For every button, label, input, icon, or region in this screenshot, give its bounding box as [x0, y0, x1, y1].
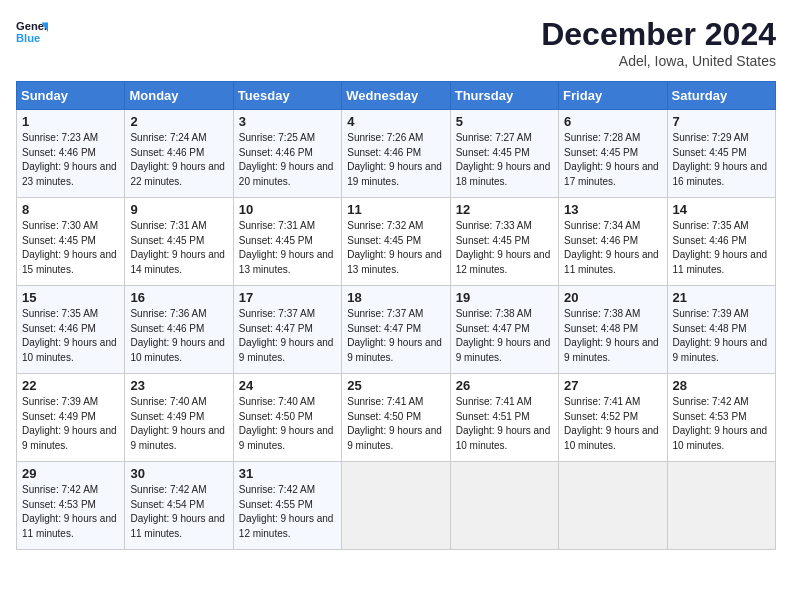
calendar-cell: 1 Sunrise: 7:23 AMSunset: 4:46 PMDayligh… — [17, 110, 125, 198]
weekday-header: Thursday — [450, 82, 558, 110]
calendar-cell: 6 Sunrise: 7:28 AMSunset: 4:45 PMDayligh… — [559, 110, 667, 198]
day-number: 24 — [239, 378, 336, 393]
day-info: Sunrise: 7:38 AMSunset: 4:47 PMDaylight:… — [456, 308, 551, 363]
logo-icon: General Blue — [16, 16, 48, 48]
calendar-cell: 21 Sunrise: 7:39 AMSunset: 4:48 PMDaylig… — [667, 286, 775, 374]
day-number: 2 — [130, 114, 227, 129]
day-info: Sunrise: 7:39 AMSunset: 4:49 PMDaylight:… — [22, 396, 117, 451]
weekday-header: Friday — [559, 82, 667, 110]
calendar-table: SundayMondayTuesdayWednesdayThursdayFrid… — [16, 81, 776, 550]
day-number: 25 — [347, 378, 444, 393]
calendar-cell: 7 Sunrise: 7:29 AMSunset: 4:45 PMDayligh… — [667, 110, 775, 198]
logo: General Blue — [16, 16, 48, 48]
day-number: 19 — [456, 290, 553, 305]
calendar-cell: 13 Sunrise: 7:34 AMSunset: 4:46 PMDaylig… — [559, 198, 667, 286]
calendar-cell: 17 Sunrise: 7:37 AMSunset: 4:47 PMDaylig… — [233, 286, 341, 374]
day-number: 15 — [22, 290, 119, 305]
calendar-cell: 12 Sunrise: 7:33 AMSunset: 4:45 PMDaylig… — [450, 198, 558, 286]
calendar-week-row: 22 Sunrise: 7:39 AMSunset: 4:49 PMDaylig… — [17, 374, 776, 462]
calendar-cell: 26 Sunrise: 7:41 AMSunset: 4:51 PMDaylig… — [450, 374, 558, 462]
day-number: 17 — [239, 290, 336, 305]
day-number: 9 — [130, 202, 227, 217]
day-info: Sunrise: 7:31 AMSunset: 4:45 PMDaylight:… — [130, 220, 225, 275]
weekday-header: Monday — [125, 82, 233, 110]
day-number: 7 — [673, 114, 770, 129]
calendar-cell: 29 Sunrise: 7:42 AMSunset: 4:53 PMDaylig… — [17, 462, 125, 550]
day-number: 31 — [239, 466, 336, 481]
calendar-cell: 3 Sunrise: 7:25 AMSunset: 4:46 PMDayligh… — [233, 110, 341, 198]
day-info: Sunrise: 7:34 AMSunset: 4:46 PMDaylight:… — [564, 220, 659, 275]
calendar-cell: 31 Sunrise: 7:42 AMSunset: 4:55 PMDaylig… — [233, 462, 341, 550]
day-number: 26 — [456, 378, 553, 393]
calendar-cell: 2 Sunrise: 7:24 AMSunset: 4:46 PMDayligh… — [125, 110, 233, 198]
day-number: 28 — [673, 378, 770, 393]
calendar-week-row: 1 Sunrise: 7:23 AMSunset: 4:46 PMDayligh… — [17, 110, 776, 198]
day-number: 30 — [130, 466, 227, 481]
day-info: Sunrise: 7:40 AMSunset: 4:49 PMDaylight:… — [130, 396, 225, 451]
day-info: Sunrise: 7:30 AMSunset: 4:45 PMDaylight:… — [22, 220, 117, 275]
day-info: Sunrise: 7:42 AMSunset: 4:55 PMDaylight:… — [239, 484, 334, 539]
day-info: Sunrise: 7:36 AMSunset: 4:46 PMDaylight:… — [130, 308, 225, 363]
month-title: December 2024 — [541, 16, 776, 53]
weekday-header: Tuesday — [233, 82, 341, 110]
day-info: Sunrise: 7:42 AMSunset: 4:53 PMDaylight:… — [22, 484, 117, 539]
day-number: 13 — [564, 202, 661, 217]
calendar-week-row: 29 Sunrise: 7:42 AMSunset: 4:53 PMDaylig… — [17, 462, 776, 550]
day-number: 22 — [22, 378, 119, 393]
calendar-cell — [667, 462, 775, 550]
calendar-cell: 8 Sunrise: 7:30 AMSunset: 4:45 PMDayligh… — [17, 198, 125, 286]
calendar-cell: 16 Sunrise: 7:36 AMSunset: 4:46 PMDaylig… — [125, 286, 233, 374]
day-info: Sunrise: 7:42 AMSunset: 4:53 PMDaylight:… — [673, 396, 768, 451]
weekday-header: Saturday — [667, 82, 775, 110]
svg-text:General: General — [16, 20, 48, 32]
calendar-header: SundayMondayTuesdayWednesdayThursdayFrid… — [17, 82, 776, 110]
day-number: 27 — [564, 378, 661, 393]
day-number: 18 — [347, 290, 444, 305]
calendar-cell: 15 Sunrise: 7:35 AMSunset: 4:46 PMDaylig… — [17, 286, 125, 374]
day-number: 16 — [130, 290, 227, 305]
day-number: 14 — [673, 202, 770, 217]
calendar-cell: 14 Sunrise: 7:35 AMSunset: 4:46 PMDaylig… — [667, 198, 775, 286]
day-info: Sunrise: 7:29 AMSunset: 4:45 PMDaylight:… — [673, 132, 768, 187]
day-info: Sunrise: 7:27 AMSunset: 4:45 PMDaylight:… — [456, 132, 551, 187]
day-number: 23 — [130, 378, 227, 393]
page-header: General Blue December 2024 Adel, Iowa, U… — [16, 16, 776, 69]
weekday-header: Sunday — [17, 82, 125, 110]
calendar-cell: 18 Sunrise: 7:37 AMSunset: 4:47 PMDaylig… — [342, 286, 450, 374]
day-info: Sunrise: 7:32 AMSunset: 4:45 PMDaylight:… — [347, 220, 442, 275]
day-info: Sunrise: 7:25 AMSunset: 4:46 PMDaylight:… — [239, 132, 334, 187]
calendar-cell: 23 Sunrise: 7:40 AMSunset: 4:49 PMDaylig… — [125, 374, 233, 462]
calendar-cell: 22 Sunrise: 7:39 AMSunset: 4:49 PMDaylig… — [17, 374, 125, 462]
day-info: Sunrise: 7:35 AMSunset: 4:46 PMDaylight:… — [673, 220, 768, 275]
day-info: Sunrise: 7:41 AMSunset: 4:50 PMDaylight:… — [347, 396, 442, 451]
day-number: 3 — [239, 114, 336, 129]
calendar-cell: 25 Sunrise: 7:41 AMSunset: 4:50 PMDaylig… — [342, 374, 450, 462]
day-number: 4 — [347, 114, 444, 129]
day-number: 11 — [347, 202, 444, 217]
calendar-cell: 5 Sunrise: 7:27 AMSunset: 4:45 PMDayligh… — [450, 110, 558, 198]
day-number: 10 — [239, 202, 336, 217]
calendar-cell — [450, 462, 558, 550]
day-info: Sunrise: 7:31 AMSunset: 4:45 PMDaylight:… — [239, 220, 334, 275]
calendar-cell: 11 Sunrise: 7:32 AMSunset: 4:45 PMDaylig… — [342, 198, 450, 286]
weekday-header: Wednesday — [342, 82, 450, 110]
day-number: 20 — [564, 290, 661, 305]
day-number: 6 — [564, 114, 661, 129]
title-block: December 2024 Adel, Iowa, United States — [541, 16, 776, 69]
calendar-cell: 20 Sunrise: 7:38 AMSunset: 4:48 PMDaylig… — [559, 286, 667, 374]
day-info: Sunrise: 7:37 AMSunset: 4:47 PMDaylight:… — [239, 308, 334, 363]
day-number: 8 — [22, 202, 119, 217]
calendar-cell: 9 Sunrise: 7:31 AMSunset: 4:45 PMDayligh… — [125, 198, 233, 286]
calendar-cell: 27 Sunrise: 7:41 AMSunset: 4:52 PMDaylig… — [559, 374, 667, 462]
day-info: Sunrise: 7:41 AMSunset: 4:52 PMDaylight:… — [564, 396, 659, 451]
day-info: Sunrise: 7:23 AMSunset: 4:46 PMDaylight:… — [22, 132, 117, 187]
day-info: Sunrise: 7:42 AMSunset: 4:54 PMDaylight:… — [130, 484, 225, 539]
calendar-cell: 10 Sunrise: 7:31 AMSunset: 4:45 PMDaylig… — [233, 198, 341, 286]
calendar-week-row: 8 Sunrise: 7:30 AMSunset: 4:45 PMDayligh… — [17, 198, 776, 286]
day-info: Sunrise: 7:33 AMSunset: 4:45 PMDaylight:… — [456, 220, 551, 275]
day-info: Sunrise: 7:40 AMSunset: 4:50 PMDaylight:… — [239, 396, 334, 451]
calendar-cell: 19 Sunrise: 7:38 AMSunset: 4:47 PMDaylig… — [450, 286, 558, 374]
day-info: Sunrise: 7:28 AMSunset: 4:45 PMDaylight:… — [564, 132, 659, 187]
calendar-cell: 24 Sunrise: 7:40 AMSunset: 4:50 PMDaylig… — [233, 374, 341, 462]
calendar-cell — [559, 462, 667, 550]
